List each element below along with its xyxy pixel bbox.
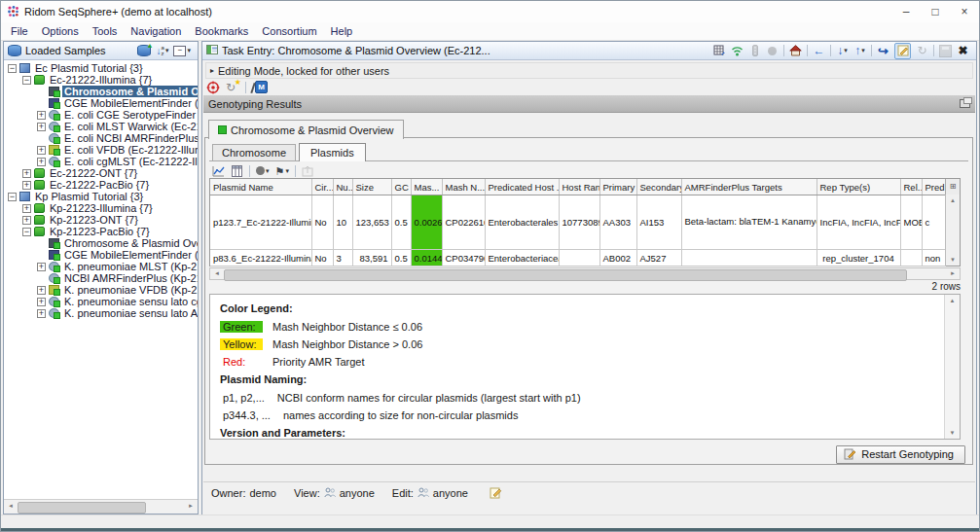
column-header[interactable]: Pred bbox=[922, 179, 945, 195]
tree-item[interactable]: +E. coli CGE SerotypeFinder (Ec-21222-Il… bbox=[4, 109, 198, 121]
table-cell[interactable]: 83,591 bbox=[352, 250, 391, 266]
column-header[interactable]: Secondary ... bbox=[636, 179, 681, 195]
expand-icon[interactable]: + bbox=[22, 216, 31, 225]
table-cell[interactable]: p83.6_Ec-21222-Illumina bbox=[210, 250, 311, 266]
table-columns-icon[interactable] bbox=[231, 163, 243, 178]
goto-sample-icon[interactable]: ↪ bbox=[877, 44, 889, 58]
tab-chromosome[interactable]: Chromosome bbox=[212, 144, 296, 160]
up-navigation-icon[interactable]: ↑▾ bbox=[853, 44, 866, 58]
scroll-left-icon[interactable]: ◄ bbox=[5, 501, 17, 512]
table-cell[interactable]: 0.5 bbox=[391, 195, 411, 250]
tree-item[interactable]: E. coli NCBI AMRFinderPlus (Ec-21222-Ill… bbox=[4, 132, 198, 144]
table-cell[interactable]: Enterobacterales bbox=[485, 195, 559, 250]
column-header[interactable]: Primary ... bbox=[599, 179, 636, 195]
table-cell[interactable]: IncFIA, IncFIA, IncFIB bbox=[817, 195, 900, 250]
expand-icon[interactable]: + bbox=[37, 123, 46, 131]
table-vertical-scrollbar[interactable]: ▲ ▼ bbox=[945, 195, 960, 266]
restart-genotyping-button[interactable]: Restart Genotyping bbox=[836, 445, 965, 464]
scroll-right-icon[interactable]: ► bbox=[185, 501, 197, 512]
column-header[interactable]: GC bbox=[391, 179, 411, 195]
scroll-right-icon[interactable]: ► bbox=[947, 268, 959, 279]
tree-item[interactable]: +K. pneumoniae MLST (Kp-21223-PacBio) bbox=[4, 261, 198, 272]
expand-icon[interactable]: + bbox=[37, 146, 46, 155]
scroll-left-icon[interactable]: ◄ bbox=[211, 268, 223, 279]
tree-item[interactable]: +E. coli cgMLST (Ec-21222-Illumina) bbox=[4, 156, 198, 167]
close-task-icon[interactable]: ✖ bbox=[957, 44, 969, 58]
tree-item[interactable]: +E. coli MLST Warwick (Ec-21222-Illumina… bbox=[4, 121, 198, 132]
back-icon[interactable]: ← bbox=[813, 44, 825, 58]
column-header[interactable]: Nu... bbox=[333, 179, 352, 195]
tree-item[interactable]: CGE MobileElementFinder (Kp-21223-PacB bbox=[4, 249, 198, 261]
tree-horizontal-scrollbar[interactable]: ◄ ► bbox=[4, 499, 198, 514]
expand-icon[interactable]: + bbox=[22, 204, 31, 213]
tree-item[interactable]: +E. coli VFDB (Ec-21222-Illumina) bbox=[4, 144, 198, 156]
tree-item[interactable]: +K. pneumoniae sensu lato cgMLST (Kp-21 bbox=[4, 296, 198, 307]
tree-item[interactable]: −Kp-21223-PacBio {7} bbox=[4, 226, 198, 237]
table-cell[interactable]: Enterobacteriaceae bbox=[485, 250, 559, 266]
table-cell[interactable]: AA303 bbox=[599, 195, 636, 250]
tree-item[interactable]: +K. pneumoniae sensu lato Accessory (Kp- bbox=[4, 307, 198, 319]
menu-help[interactable]: Help bbox=[324, 25, 360, 37]
panel-restore-icon[interactable] bbox=[960, 99, 970, 108]
minimize-button[interactable]: – bbox=[891, 1, 921, 22]
tree-item[interactable]: −Kp Plasmid Tutorial {3} bbox=[4, 191, 198, 202]
table-cell[interactable]: CP022610 bbox=[442, 195, 485, 250]
expand-icon[interactable]: + bbox=[37, 298, 46, 306]
chart-icon[interactable] bbox=[212, 163, 225, 178]
table-cell[interactable]: 10 bbox=[333, 195, 352, 250]
expand-icon[interactable]: + bbox=[37, 158, 46, 166]
menu-options[interactable]: Options bbox=[35, 25, 86, 37]
menu-bookmarks[interactable]: Bookmarks bbox=[188, 25, 255, 37]
column-header[interactable]: Rep Type(s) bbox=[817, 179, 900, 195]
tree-item[interactable]: CGE MobileElementFinder (Ec-21222-Illum bbox=[4, 97, 198, 109]
mob-typer-icon[interactable]: M bbox=[252, 80, 268, 94]
edit-mode-icon[interactable] bbox=[894, 43, 911, 59]
menu-navigation[interactable]: Navigation bbox=[124, 25, 188, 37]
collapse-icon[interactable]: − bbox=[8, 64, 17, 73]
table-cell[interactable]: AJ527 bbox=[636, 250, 681, 266]
tab-plasmids[interactable]: Plasmids bbox=[299, 143, 366, 161]
table-cell[interactable] bbox=[900, 250, 922, 266]
column-header[interactable]: AMRFinderPlus Targets bbox=[681, 179, 817, 195]
home-icon[interactable] bbox=[789, 44, 802, 58]
table-cell[interactable]: CP034790 bbox=[442, 250, 485, 266]
column-header[interactable]: Size bbox=[352, 179, 391, 195]
scroll-up-icon[interactable]: ▲ bbox=[945, 295, 960, 306]
sort-icon[interactable]: ↓az▾ bbox=[156, 44, 168, 58]
tree-item[interactable]: −Ec Plasmid Tutorial {3} bbox=[4, 62, 198, 74]
column-header[interactable]: Rel... bbox=[900, 179, 922, 195]
tree-item[interactable]: +Kp-21223-Illumina {7} bbox=[4, 202, 198, 214]
collapse-icon[interactable]: − bbox=[22, 228, 31, 236]
collapse-triangle-icon[interactable]: ▸ bbox=[210, 66, 214, 75]
tree-item[interactable]: NCBI AMRFinderPlus (Kp-21223-PacBio) bbox=[4, 272, 198, 284]
tree-collapse-menu-icon[interactable]: −▾ bbox=[173, 44, 191, 58]
tree-item[interactable]: Chromosome & Plasmid Overview (Kp-212 bbox=[4, 237, 198, 249]
scroll-down-icon[interactable]: ▼ bbox=[945, 427, 960, 439]
scroll-thumb[interactable] bbox=[224, 269, 907, 281]
color-mode-menu-icon[interactable]: ▾ bbox=[256, 163, 270, 178]
table-cell[interactable]: Beta-lactam: blaTEM-1 Kanamycin: aph(3')… bbox=[681, 195, 817, 250]
table-cell[interactable]: rep_cluster_1704 bbox=[817, 250, 900, 266]
tree-item[interactable]: −Ec-21222-Illumina {7} bbox=[4, 74, 198, 86]
tree-item[interactable]: Chromosome & Plasmid Overview ( bbox=[4, 86, 198, 97]
flag-menu-icon[interactable]: ⚑▾ bbox=[275, 163, 289, 178]
expand-icon[interactable]: + bbox=[37, 263, 46, 271]
edit-permissions-icon[interactable] bbox=[490, 486, 502, 501]
expand-icon[interactable]: + bbox=[37, 286, 46, 295]
export-table-icon[interactable] bbox=[713, 44, 726, 58]
maximize-button[interactable]: □ bbox=[921, 1, 950, 22]
table-cell[interactable]: No bbox=[311, 195, 333, 250]
table-cell[interactable]: MOBF bbox=[900, 195, 922, 250]
column-header[interactable]: Predicated Host ... bbox=[485, 179, 559, 195]
tree-item[interactable]: +Ec-21222-PacBio {7} bbox=[4, 179, 198, 191]
table-cell[interactable] bbox=[559, 250, 599, 266]
collapse-icon[interactable]: − bbox=[22, 76, 31, 85]
expand-icon[interactable]: + bbox=[22, 181, 31, 190]
table-cell[interactable]: 10773089; ... bbox=[559, 195, 599, 250]
column-config-icon[interactable]: ⊞ bbox=[945, 179, 960, 195]
table-cell[interactable] bbox=[681, 250, 817, 266]
scroll-up-icon[interactable]: ▲ bbox=[946, 195, 960, 206]
table-cell[interactable]: 0.0144 bbox=[411, 250, 442, 266]
table-cell[interactable]: p123.7_Ec-21222-Illumina bbox=[210, 195, 311, 250]
menu-consortium[interactable]: Consortium bbox=[255, 25, 323, 37]
